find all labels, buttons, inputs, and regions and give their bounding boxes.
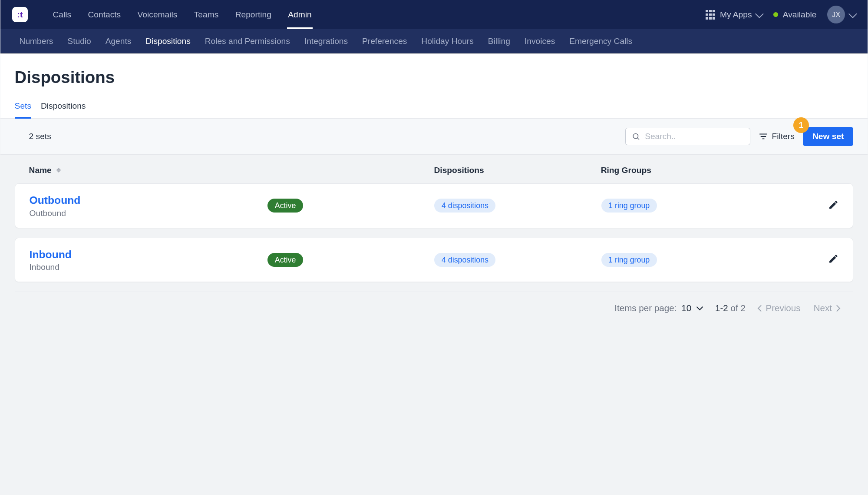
chevron-down-icon — [848, 10, 857, 18]
tab-sets[interactable]: Sets — [15, 96, 31, 118]
tab-dispositions[interactable]: Dispositions — [41, 96, 86, 118]
subnav-emergency-calls[interactable]: Emergency Calls — [562, 29, 640, 53]
new-set-button[interactable]: New set — [803, 127, 853, 146]
table-row: Outbound Outbound Active 4 dispositions … — [15, 183, 854, 228]
admin-subnav: Numbers Studio Agents Dispositions Roles… — [0, 29, 868, 53]
subnav-billing[interactable]: Billing — [481, 29, 517, 53]
nav-admin[interactable]: Admin — [280, 0, 320, 29]
subnav-invoices[interactable]: Invoices — [517, 29, 562, 53]
subnav-studio[interactable]: Studio — [60, 29, 98, 53]
nav-contacts[interactable]: Contacts — [79, 0, 129, 29]
page-size-value: 10 — [681, 303, 691, 313]
subnav-roles-permissions[interactable]: Roles and Permissions — [198, 29, 297, 53]
page-header: Dispositions Sets Dispositions — [0, 53, 868, 118]
pencil-icon — [828, 199, 839, 210]
status-badge: Active — [267, 253, 303, 267]
status-badge: Active — [267, 199, 303, 213]
ring-groups-chip[interactable]: 1 ring group — [601, 199, 657, 213]
column-ring-groups: Ring Groups — [601, 166, 768, 175]
page-range: 1-2 — [715, 303, 728, 313]
subnav-holiday-hours[interactable]: Holiday Hours — [414, 29, 481, 53]
pencil-icon — [828, 253, 839, 264]
nav-calls[interactable]: Calls — [44, 0, 79, 29]
chevron-right-icon — [833, 305, 840, 312]
next-page-button[interactable]: Next — [814, 303, 839, 313]
app-logo[interactable]: :t — [12, 7, 28, 23]
items-per-page-label: Items per page: — [614, 303, 677, 313]
row-subtitle: Outbound — [30, 209, 268, 218]
nav-teams[interactable]: Teams — [186, 0, 227, 29]
chevron-down-icon — [696, 303, 703, 310]
results-count: 2 sets — [15, 132, 51, 141]
page-of-label: of — [731, 303, 738, 313]
my-apps-label: My Apps — [720, 10, 752, 20]
table-header: Name Dispositions Ring Groups — [15, 155, 854, 183]
presence-status[interactable]: Available — [773, 10, 816, 20]
edit-button[interactable] — [828, 199, 839, 210]
search-box[interactable] — [625, 128, 750, 145]
list-toolbar: 2 sets Filters 1 New set — [0, 119, 868, 155]
step-badge: 1 — [793, 117, 809, 133]
status-label: Available — [783, 10, 817, 20]
avatar: JX — [827, 6, 845, 23]
my-apps-menu[interactable]: My Apps — [706, 10, 762, 20]
subnav-integrations[interactable]: Integrations — [297, 29, 355, 53]
row-title-link[interactable]: Outbound — [30, 193, 268, 207]
row-subtitle: Inbound — [30, 262, 268, 272]
page-size-selector[interactable]: Items per page: 10 — [614, 303, 702, 313]
user-menu[interactable]: JX — [827, 6, 856, 23]
subnav-numbers[interactable]: Numbers — [12, 29, 60, 53]
nav-voicemails[interactable]: Voicemails — [129, 0, 185, 29]
dispositions-chip[interactable]: 4 dispositions — [434, 253, 495, 267]
page-title: Dispositions — [0, 53, 868, 96]
page-tabs: Sets Dispositions — [0, 96, 868, 118]
search-icon — [632, 132, 640, 141]
page-total: 2 — [740, 303, 745, 313]
primary-nav: Calls Contacts Voicemails Teams Reportin… — [44, 0, 320, 29]
chevron-down-icon — [756, 10, 764, 18]
subnav-preferences[interactable]: Preferences — [355, 29, 414, 53]
ring-groups-chip[interactable]: 1 ring group — [601, 253, 657, 267]
column-name[interactable]: Name — [29, 166, 267, 175]
row-title-link[interactable]: Inbound — [30, 248, 268, 262]
edit-button[interactable] — [828, 253, 839, 264]
subnav-agents[interactable]: Agents — [98, 29, 139, 53]
svg-line-1 — [637, 138, 639, 140]
status-dot-icon — [773, 12, 778, 17]
top-nav: :t Calls Contacts Voicemails Teams Repor… — [0, 0, 868, 29]
column-dispositions: Dispositions — [434, 166, 601, 175]
chevron-left-icon — [758, 305, 765, 312]
svg-point-0 — [633, 133, 638, 138]
previous-page-button[interactable]: Previous — [759, 303, 801, 313]
previous-label: Previous — [766, 303, 800, 313]
apps-grid-icon — [706, 10, 715, 20]
search-input[interactable] — [645, 132, 744, 141]
sort-icon — [56, 168, 61, 173]
filters-button[interactable]: Filters — [759, 132, 794, 141]
next-label: Next — [814, 303, 832, 313]
subnav-dispositions[interactable]: Dispositions — [139, 29, 198, 53]
top-right-controls: My Apps Available JX — [706, 6, 856, 23]
column-name-label: Name — [29, 166, 52, 175]
pagination: Items per page: 10 1-2 of 2 Previous Nex… — [15, 292, 854, 324]
filters-label: Filters — [772, 132, 795, 141]
table-row: Inbound Inbound Active 4 dispositions 1 … — [15, 238, 854, 282]
dispositions-chip[interactable]: 4 dispositions — [434, 199, 495, 213]
filter-icon — [759, 132, 768, 141]
nav-reporting[interactable]: Reporting — [227, 0, 280, 29]
